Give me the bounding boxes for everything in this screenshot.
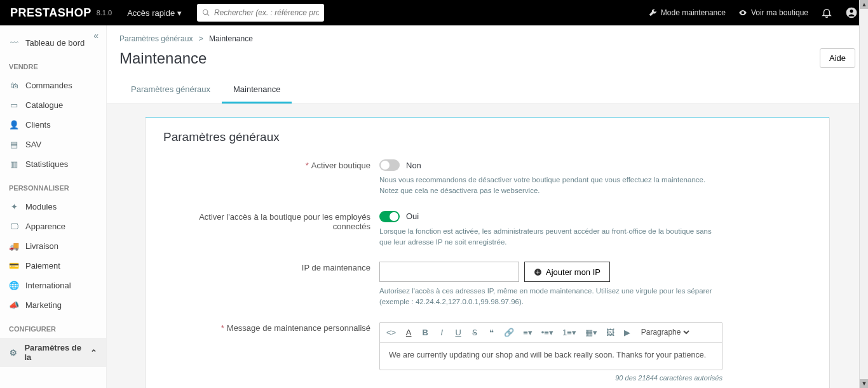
quick-access-label: Accès rapide <box>127 8 175 18</box>
tab-maintenance[interactable]: Maintenance <box>222 77 292 104</box>
puzzle-icon: ✦ <box>9 202 19 211</box>
wrench-icon <box>648 8 657 17</box>
eye-icon <box>738 8 747 17</box>
sidebar-head-sell: VENDRE <box>0 53 106 76</box>
enable-employees-value: Oui <box>406 211 419 221</box>
tab-general[interactable]: Paramètres généraux <box>119 77 222 104</box>
image-icon[interactable]: 🖼 <box>605 326 616 338</box>
code-icon[interactable]: <> <box>385 326 397 338</box>
truck-icon: 🚚 <box>9 241 19 251</box>
globe-icon: 🌐 <box>9 281 19 290</box>
chart-icon: ▥ <box>9 159 19 169</box>
sidebar-head-configure: CONFIGURER <box>0 315 106 338</box>
enable-employees-toggle[interactable] <box>379 211 400 222</box>
sidebar-item-label: International <box>25 281 71 290</box>
sidebar-item-design[interactable]: 🖵Apparence <box>0 217 106 236</box>
basket-icon: 🛍 <box>9 81 19 90</box>
sidebar-item-stats[interactable]: ▥Statistiques <box>0 154 106 174</box>
strike-icon[interactable]: S̶ <box>470 326 480 338</box>
textcolor-icon[interactable]: A <box>403 326 414 338</box>
sidebar-item-orders[interactable]: 🛍Commandes <box>0 76 106 95</box>
quote-icon[interactable]: ❝ <box>486 326 496 338</box>
maintenance-mode-link[interactable]: Mode maintenance <box>648 8 726 17</box>
sidebar-item-marketing[interactable]: 📣Marketing <box>0 295 106 315</box>
sidebar-item-label: Paiement <box>25 261 60 271</box>
sidebar-item-customers[interactable]: 👤Clients <box>0 115 106 135</box>
paragraph-select[interactable]: Paragraphe <box>639 327 691 337</box>
chevron-up-icon: ⌃ <box>90 348 97 358</box>
plus-circle-icon <box>534 268 542 276</box>
svg-point-3 <box>850 10 853 13</box>
bold-icon[interactable]: B <box>420 326 430 338</box>
table-icon[interactable]: ▦▾ <box>584 326 599 338</box>
maintenance-ip-label: IP de maintenance <box>302 263 370 272</box>
megaphone-icon: 📣 <box>9 300 19 310</box>
gear-icon: ⚙ <box>9 348 18 358</box>
italic-icon[interactable]: I <box>437 326 447 338</box>
sidebar-item-shop-params[interactable]: ⚙Paramètres de la⌃ <box>0 338 106 367</box>
sidebar-item-label: Clients <box>25 120 51 130</box>
link-icon[interactable]: 🔗 <box>503 326 515 338</box>
sidebar-head-improve: PERSONNALISER <box>0 174 106 197</box>
underline-icon[interactable]: U <box>453 326 463 338</box>
sidebar-item-dashboard[interactable]: 〰Tableau de bord <box>0 33 106 53</box>
maintenance-ip-help: Autorisez l'accès à ces adresses IP, mêm… <box>379 286 722 308</box>
chevron-down-icon: ▾ <box>177 8 182 18</box>
search-input[interactable] <box>214 8 319 17</box>
settings-card: Paramètres généraux *Activer boutique No… <box>145 117 830 388</box>
enable-shop-value: Non <box>406 161 421 170</box>
number-list-icon[interactable]: 1≡▾ <box>561 326 578 338</box>
sidebar-item-label: Tableau de bord <box>25 38 85 48</box>
row-enable-shop: *Activer boutique Non Nous vous recomman… <box>163 159 811 197</box>
add-ip-label: Ajouter mon IP <box>546 267 600 277</box>
topbar-right: Mode maintenance Voir ma boutique <box>648 6 858 19</box>
maintenance-ip-input[interactable] <box>379 262 519 282</box>
card-title: Paramètres généraux <box>163 130 811 144</box>
scroll-up-icon[interactable]: ▲ <box>860 0 868 9</box>
quick-access-menu[interactable]: Accès rapide ▾ <box>127 8 182 18</box>
sidebar-item-shipping[interactable]: 🚚Livraison <box>0 236 106 256</box>
video-icon[interactable]: ▶ <box>622 326 632 338</box>
person-icon: 👤 <box>9 120 19 130</box>
sidebar-item-payment[interactable]: 💳Paiement <box>0 256 106 276</box>
scrollbar-track[interactable]: ▲ ▼ <box>859 0 868 388</box>
breadcrumb: Paramètres généraux > Maintenance <box>119 34 855 43</box>
bell-icon[interactable] <box>821 7 832 18</box>
breadcrumb-parent[interactable]: Paramètres généraux <box>119 34 193 43</box>
sidebar-item-label: Marketing <box>25 300 62 310</box>
page-header: Paramètres généraux > Maintenance Mainte… <box>107 25 868 104</box>
sidebar-item-label: Catalogue <box>25 100 63 110</box>
view-shop-label: Voir ma boutique <box>751 8 808 17</box>
chat-icon: ▤ <box>9 140 19 149</box>
enable-employees-label: Activer l'accès à la boutique pour les e… <box>199 212 370 231</box>
monitor-icon: 🖵 <box>9 222 19 231</box>
sidebar-item-label: Paramètres de la <box>24 343 84 362</box>
view-shop-link[interactable]: Voir ma boutique <box>738 8 808 17</box>
avatar-icon[interactable] <box>845 6 858 19</box>
row-custom-message: *Message de maintenance personnalisé <> … <box>163 322 811 382</box>
brand-logo: PRESTASHOP <box>10 6 92 20</box>
collapse-sidebar-icon[interactable]: « <box>93 30 98 41</box>
align-icon[interactable]: ≡▾ <box>522 326 534 338</box>
main-content: Paramètres généraux > Maintenance Mainte… <box>107 25 868 388</box>
bullet-list-icon[interactable]: •≡▾ <box>540 326 555 338</box>
rich-text-editor: <> A B I U S̶ ❝ 🔗 ≡▾ •≡▾ 1≡▾ <box>379 322 722 370</box>
help-button[interactable]: Aide <box>820 48 855 68</box>
sidebar-item-international[interactable]: 🌐International <box>0 276 106 295</box>
add-ip-button[interactable]: Ajouter mon IP <box>524 262 610 282</box>
sidebar-item-sav[interactable]: ▤SAV <box>0 135 106 154</box>
sidebar-item-label: SAV <box>25 140 41 149</box>
scroll-down-icon[interactable]: ▼ <box>860 379 868 388</box>
maintenance-mode-label: Mode maintenance <box>661 8 726 17</box>
sidebar-item-label: Livraison <box>25 241 58 251</box>
enable-shop-toggle[interactable] <box>379 159 400 171</box>
sidebar-item-catalog[interactable]: ▭Catalogue <box>0 95 106 115</box>
breadcrumb-current: Maintenance <box>209 34 253 43</box>
row-maintenance-ip: IP de maintenance Ajouter mon IP Autoris… <box>163 262 811 308</box>
sidebar-item-modules[interactable]: ✦Modules <box>0 197 106 217</box>
sidebar-item-label: Commandes <box>25 81 72 90</box>
breadcrumb-sep: > <box>199 34 203 43</box>
version-label: 8.1.0 <box>97 9 112 17</box>
search-container <box>197 4 324 22</box>
editor-body[interactable]: We are currently updating our shop and w… <box>380 343 722 370</box>
